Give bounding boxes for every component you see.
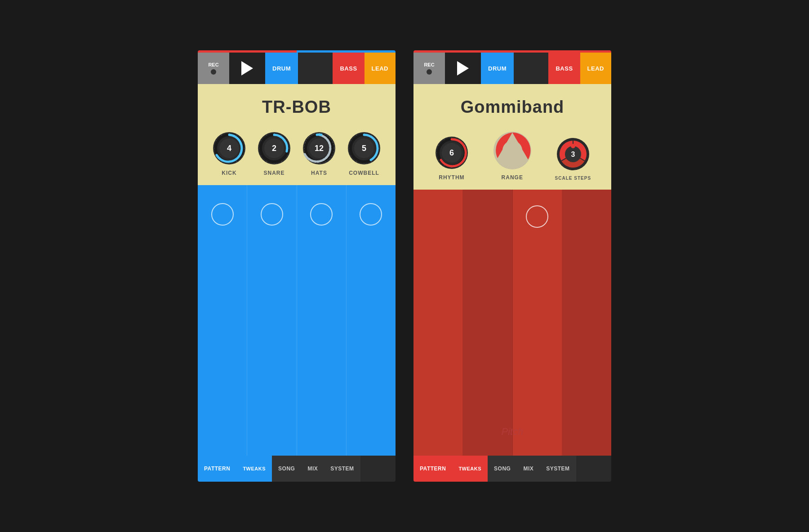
pad-circle-cowbell[interactable] <box>360 203 382 226</box>
knobs-area-right: 6 RHYTHM <box>413 126 611 190</box>
tab-bass-right[interactable]: BASS <box>548 53 580 84</box>
svg-text:5: 5 <box>362 144 366 153</box>
pad-circle-snare[interactable] <box>261 203 283 226</box>
bottom-tweaks-right[interactable]: TWEAKS <box>452 456 488 482</box>
rhythm-knob[interactable]: 6 <box>434 135 470 171</box>
title-area-right: Gommiband <box>413 84 611 126</box>
bottom-bar-left: PATTERN TWEAKS SONG MIX SYSTEM <box>198 456 396 482</box>
play-button-left[interactable] <box>229 53 265 84</box>
pad-snare[interactable] <box>247 185 297 456</box>
knobs-area-left: 4 KICK <box>198 126 396 185</box>
top-bar-right: REC DRUM BASS LEAD <box>413 53 611 84</box>
bottom-tweaks-left[interactable]: TWEAKS <box>236 456 272 482</box>
hats-label: HATS <box>311 170 327 176</box>
cowbell-label: COWBELL <box>349 170 379 176</box>
pad-kick[interactable] <box>198 185 247 456</box>
scale-steps-knob-container: 3 SCALE STEPS <box>555 136 591 181</box>
kick-knob[interactable]: 4 <box>211 130 247 166</box>
snare-label: SNARE <box>263 170 284 176</box>
bottom-song-right[interactable]: SONG <box>488 456 517 482</box>
pad-col-r3[interactable] <box>513 190 562 456</box>
left-screen: REC DRUM BASS LEAD TR-BOB <box>198 50 396 482</box>
snare-knob-container: 2 SNARE <box>256 130 292 176</box>
top-bar-left: REC DRUM BASS LEAD <box>198 53 396 84</box>
rhythm-knob-container: 6 RHYTHM <box>434 135 470 181</box>
range-knob-container: RANGE <box>492 130 533 181</box>
hats-knob[interactable]: 12 <box>301 130 337 166</box>
main-content-left: TR-BOB <box>198 84 396 456</box>
tab-drum-right[interactable]: DRUM <box>481 53 514 84</box>
pad-circle-right-container <box>526 205 548 228</box>
snare-knob[interactable]: 2 <box>256 130 292 166</box>
play-icon-left <box>241 61 253 75</box>
tab-bass-left[interactable]: BASS <box>333 53 364 84</box>
rec-button-right[interactable]: REC <box>413 53 445 84</box>
main-content-right: Gommiband <box>413 84 611 456</box>
rec-label-left: REC <box>208 62 218 67</box>
svg-text:12: 12 <box>315 144 324 153</box>
svg-point-92 <box>571 144 575 148</box>
rec-label-right: REC <box>424 62 434 67</box>
pad-circle-kick[interactable] <box>211 203 234 226</box>
bottom-mix-right[interactable]: MIX <box>517 456 540 482</box>
svg-text:6: 6 <box>449 148 454 157</box>
pad-circle-hats[interactable] <box>310 203 333 226</box>
tab-lead-right[interactable]: LEAD <box>580 53 611 84</box>
kick-knob-container: 4 KICK <box>211 130 247 176</box>
tab-drum-left[interactable]: DRUM <box>265 53 298 84</box>
bottom-system-left[interactable]: SYSTEM <box>324 456 360 482</box>
bottom-bar-right: PATTERN TWEAKS SONG MIX SYSTEM <box>413 456 611 482</box>
rhythm-label: RHYTHM <box>439 174 464 181</box>
bottom-mix-left[interactable]: MIX <box>301 456 324 482</box>
bottom-system-right[interactable]: SYSTEM <box>540 456 576 482</box>
pad-cowbell[interactable] <box>347 185 396 456</box>
bottom-pattern-left[interactable]: PATTERN <box>198 456 236 482</box>
pitch-label: Pitch <box>413 426 611 438</box>
rec-button-left[interactable]: REC <box>198 53 229 84</box>
pad-col-r2[interactable] <box>463 190 512 456</box>
svg-text:2: 2 <box>272 144 276 153</box>
rec-dot-left <box>211 69 216 75</box>
app-title-right: Gommiband <box>422 98 602 117</box>
bottom-pattern-right[interactable]: PATTERN <box>413 456 452 482</box>
scale-steps-label: SCALE STEPS <box>555 176 591 181</box>
cowbell-knob[interactable]: 5 <box>346 130 382 166</box>
right-screen: REC DRUM BASS LEAD Gommiband <box>413 50 611 482</box>
range-label: RANGE <box>502 174 523 181</box>
cowbell-knob-container: 5 COWBELL <box>346 130 382 176</box>
svg-text:4: 4 <box>227 144 231 153</box>
pad-hats[interactable] <box>297 185 347 456</box>
play-icon-right <box>457 61 469 75</box>
range-knob[interactable] <box>492 130 533 171</box>
pad-col-r4[interactable] <box>562 190 611 456</box>
pad-col-r1[interactable] <box>413 190 463 456</box>
play-button-right[interactable] <box>445 53 481 84</box>
app-title-left: TR-BOB <box>207 98 387 117</box>
tab-lead-left[interactable]: LEAD <box>364 53 396 84</box>
pads-area-left <box>198 185 396 456</box>
rec-dot-right <box>427 69 432 75</box>
svg-text:3: 3 <box>571 151 575 158</box>
hats-knob-container: 12 HATS <box>301 130 337 176</box>
kick-label: KICK <box>222 170 236 176</box>
title-area-left: TR-BOB <box>198 84 396 126</box>
scale-steps-knob[interactable]: 3 <box>555 136 591 172</box>
bottom-song-left[interactable]: SONG <box>272 456 301 482</box>
pads-area-right: Pitch <box>413 190 611 456</box>
pad-circle-right[interactable] <box>526 205 548 228</box>
